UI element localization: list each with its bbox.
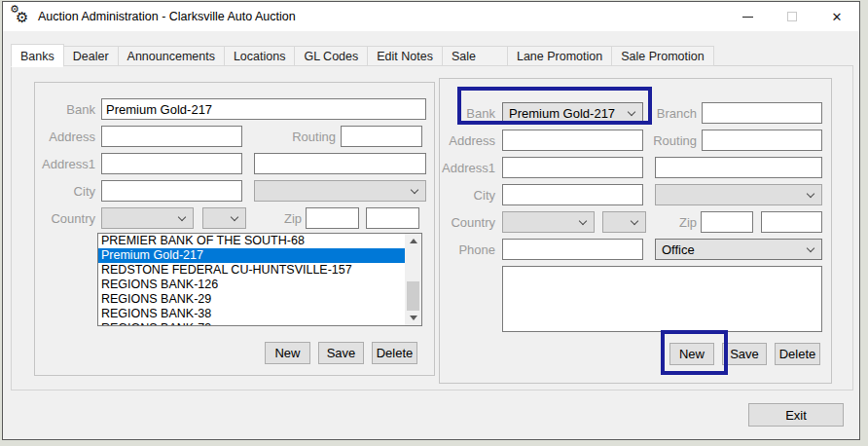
minimize-icon (742, 17, 753, 18)
routing-label: Routing (643, 133, 697, 148)
address-label: Address (440, 133, 495, 148)
close-button[interactable]: ✕ (814, 2, 859, 31)
address1-input[interactable] (502, 157, 643, 178)
branch-input[interactable] (702, 102, 822, 124)
country-label: Country (35, 211, 95, 226)
bank-select-dropdown[interactable]: Premium Gold-217 (502, 102, 643, 124)
left-delete-button[interactable]: Delete (372, 342, 417, 364)
notes-textbox[interactable] (502, 266, 822, 332)
chevron-down-icon (807, 244, 814, 252)
address-label: Address (35, 130, 95, 144)
close-icon: ✕ (832, 11, 843, 23)
routing-input[interactable] (341, 126, 422, 147)
left-save-button[interactable]: Save (318, 342, 364, 364)
tab-lane-promotion[interactable]: Lane Promotion (507, 46, 612, 66)
bank-list-item[interactable]: REGIONS BANK-38 (98, 307, 405, 321)
chevron-down-icon (579, 217, 587, 225)
scroll-up-icon (410, 239, 417, 243)
state-dropdown (655, 184, 822, 205)
app-window: ⚙ ⚙ Auction Administration - Clarksville… (2, 1, 860, 440)
bank-listbox[interactable]: PREMIER BANK OF THE SOUTH-68 Premium Gol… (97, 233, 422, 326)
country-label: Country (440, 215, 495, 230)
branch-edit-panel-right: Bank Premium Gold-217 Branch Address Rou… (439, 78, 832, 384)
bank-list: PREMIER BANK OF THE SOUTH-68 Premium Gol… (98, 234, 405, 325)
tab-gl-codes[interactable]: GL Codes (294, 46, 368, 66)
maximize-button[interactable] (770, 2, 814, 31)
address2-input[interactable] (254, 153, 426, 174)
bank-list-item[interactable]: REGIONS BANK-126 (98, 278, 405, 292)
chevron-down-icon (628, 108, 635, 116)
bank-label: Bank (440, 106, 495, 121)
tab-strip: Banks Dealer Announcements Locations GL … (11, 44, 714, 66)
scroll-up-button[interactable] (405, 234, 421, 248)
address1-input[interactable] (101, 153, 242, 174)
window-title: Auction Administration - Clarksville Aut… (38, 10, 296, 23)
zip-label: Zip (646, 215, 697, 230)
scroll-down-button[interactable] (405, 311, 421, 325)
bank-list-item[interactable]: REGIONS BANK-73 (98, 321, 405, 325)
zip4-input[interactable] (366, 207, 419, 229)
bank-selected-value: Premium Gold-217 (509, 106, 615, 121)
country-dropdown (101, 207, 194, 229)
tab-locations[interactable]: Locations (224, 46, 296, 66)
city-label: City (35, 184, 95, 199)
zip-input[interactable] (306, 207, 359, 229)
bank-edit-panel-left: Bank Address Routing Address1 City (34, 82, 435, 376)
tab-sale-promotion[interactable]: Sale Promotion (611, 46, 713, 66)
city-input[interactable] (502, 184, 643, 205)
window-controls: ✕ (725, 2, 859, 31)
phone-type-selected-value: Office (662, 242, 695, 257)
region-dropdown (202, 207, 246, 229)
country-dropdown (502, 211, 595, 233)
left-new-button[interactable]: New (265, 342, 310, 364)
state-dropdown (254, 180, 426, 202)
bank-name-input[interactable] (101, 98, 426, 120)
routing-input[interactable] (702, 130, 822, 151)
region-dropdown (602, 211, 646, 233)
tab-edit-notes[interactable]: Edit Notes (367, 46, 443, 66)
title-bar[interactable]: ⚙ ⚙ Auction Administration - Clarksville… (3, 2, 859, 31)
maximize-icon (787, 12, 797, 21)
bank-list-item[interactable]: PREMIER BANK OF THE SOUTH-68 (98, 234, 405, 248)
phone-label: Phone (440, 242, 495, 257)
right-save-button[interactable]: Save (722, 343, 767, 365)
app-gears-icon: ⚙ ⚙ (10, 6, 31, 27)
address1-label: Address1 (35, 157, 95, 171)
address-input[interactable] (502, 130, 643, 151)
address1-label: Address1 (440, 161, 495, 175)
bank-label: Bank (35, 102, 95, 117)
chevron-down-icon (178, 213, 186, 221)
city-input[interactable] (101, 180, 242, 202)
tab-dealer[interactable]: Dealer (63, 46, 119, 66)
branch-label: Branch (643, 106, 697, 121)
chevron-down-icon (807, 190, 814, 198)
phone-type-dropdown[interactable]: Office (655, 239, 822, 260)
bank-list-item[interactable]: REDSTONE FEDERAL CU-HUNTSVILLE-157 (98, 263, 405, 278)
tab-announcements[interactable]: Announcements (118, 46, 225, 66)
tab-banks[interactable]: Banks (11, 44, 64, 67)
routing-label: Routing (242, 130, 336, 144)
minimize-button[interactable] (725, 2, 770, 31)
right-new-button[interactable]: New (669, 343, 714, 365)
zip4-input[interactable] (761, 211, 822, 233)
gear-icon: ⚙ (16, 9, 28, 26)
chevron-down-icon (231, 213, 238, 221)
exit-button[interactable]: Exit (748, 403, 844, 427)
chevron-down-icon (411, 186, 418, 194)
address-input[interactable] (101, 126, 242, 147)
bank-list-item[interactable]: REGIONS BANK-29 (98, 292, 405, 307)
zip-label: Zip (246, 211, 302, 226)
list-scrollbar[interactable] (405, 234, 421, 325)
address2-input[interactable] (655, 157, 822, 178)
scrollbar-thumb[interactable] (407, 281, 419, 311)
bank-list-item-selected[interactable]: Premium Gold-217 (98, 248, 405, 263)
tab-sale[interactable]: Sale (442, 46, 508, 66)
chevron-down-icon (631, 217, 638, 225)
phone-input[interactable] (502, 239, 643, 260)
right-delete-button[interactable]: Delete (775, 343, 820, 365)
zip-input[interactable] (701, 211, 753, 233)
banks-tab-page: Bank Address Routing Address1 City (11, 65, 853, 390)
city-label: City (440, 188, 495, 203)
scroll-down-icon (410, 316, 417, 320)
